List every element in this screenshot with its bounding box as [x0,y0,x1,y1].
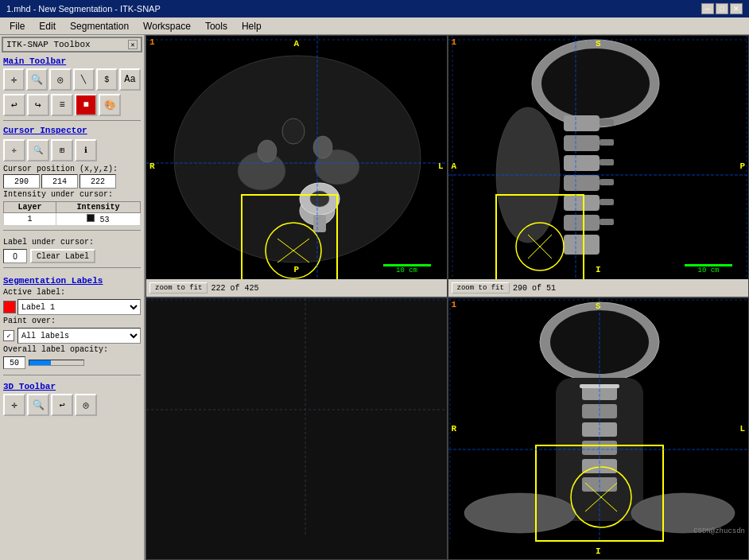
top-image-row: A P R L 1 10 cm zoom to fit 222 of 425 [146,35,749,298]
paint-over-select[interactable]: All labels [17,328,141,344]
window-title: 1.mhd - New Segmentation - ITK-SNAP [6,4,161,14]
view-blank[interactable] [146,298,448,560]
insp-zoom2[interactable]: 🔍 [27,139,49,161]
coord-x[interactable] [3,174,40,189]
svg-point-6 [313,136,332,158]
divider4 [3,375,141,375]
menu-bar: File Edit Segmentation Workspace Tools H… [0,18,749,35]
cor-bottom-label: I [596,546,601,556]
tool-layers[interactable]: ≡ [51,94,73,116]
svg-point-57 [464,493,576,533]
coronal-canvas [448,298,749,542]
opacity-label-text: Overall label opacity: [3,344,141,355]
svg-point-8 [310,191,329,207]
divider2 [3,230,141,231]
label-row: Clear Label [3,249,141,263]
label-value-input[interactable] [3,249,27,263]
coord-y[interactable] [41,174,78,189]
opacity-slider[interactable] [29,360,84,366]
axial-top-label: A [293,39,299,49]
coord-row [3,174,141,189]
tool-crosshair[interactable]: ✛ [3,68,25,91]
svg-rect-33 [600,219,614,225]
cor-top-label: S [596,301,601,311]
menu-edit[interactable]: Edit [33,18,62,34]
3d-tool-2[interactable]: 🔍 [27,394,49,416]
sagittal-status: zoom to fit 290 of 51 [448,279,749,297]
layer-value: 1 [4,213,56,226]
active-label-select[interactable]: Label 1 [17,299,141,315]
main-layout: ITK-SNAP Toolbox ✕ Main Toolbar ✛ 🔍 ◎ ╲ … [0,35,749,560]
tool-undo[interactable]: ↩ [3,94,25,116]
tool-zoom[interactable]: 🔍 [26,68,48,91]
svg-rect-22 [564,135,600,151]
toolbox-close-button[interactable]: ✕ [128,40,138,49]
axial-bottom-label: P [293,265,299,274]
svg-rect-9 [313,215,326,232]
title-bar: 1.mhd - New Segmentation - ITK-SNAP ─ □ … [0,0,749,18]
cor-left-label: R [452,424,457,434]
3d-tool-4[interactable]: ◎ [75,394,97,416]
clear-label-button[interactable]: Clear Label [30,249,95,263]
axial-svg [146,36,447,279]
toolbar-3d-title: 3D Toolbar [3,379,141,392]
main-toolbar-row2: ↩ ↪ ≡ ■ 🎨 [0,92,144,118]
sagittal-zoom-fit[interactable]: zoom to fit [452,282,510,294]
svg-rect-28 [600,119,614,126]
axial-right-label: L [438,161,444,171]
svg-rect-23 [564,155,600,171]
svg-point-0 [174,56,421,262]
blank-svg [146,298,447,559]
tool-text[interactable]: Aa [119,68,141,91]
menu-tools[interactable]: Tools [199,18,234,34]
maximize-button[interactable]: □ [716,3,728,14]
paint-checkbox[interactable]: ✓ [3,330,14,341]
window-controls: ─ □ ✕ [701,3,743,14]
bottom-image-row: S I R L 1 CSDN@zhucsdn [146,298,749,560]
label-section: Label under cursor: Clear Label [0,233,144,265]
intensity-table: Layer Intensity 1 53 [3,201,141,226]
color-swatch [87,214,95,222]
svg-rect-29 [600,139,614,146]
insp-cursor[interactable]: ✛ [3,139,25,161]
tool-brush[interactable]: ╲ [73,68,95,91]
cor-right-label: L [739,424,745,434]
axial-left-label: R [149,161,155,171]
coord-z[interactable] [80,174,116,189]
view-sagittal[interactable]: S I A P 1 10 cm zoom to fit 290 of 51 [448,35,750,298]
paint-over-row: ✓ All labels [3,328,141,344]
sag-top-label: S [596,39,601,49]
tool-segment-red[interactable]: ■ [75,94,97,116]
svg-rect-24 [564,175,600,191]
menu-workspace[interactable]: Workspace [137,18,197,34]
menu-segmentation[interactable]: Segmentation [64,18,135,34]
active-label-row: Label 1 [3,299,141,315]
label-color-swatch [3,301,16,313]
tool-redo[interactable]: ↪ [27,94,49,116]
axial-canvas [146,36,447,279]
insp-grid[interactable]: ⊞ [51,139,73,161]
view-coronal[interactable]: S I R L 1 CSDN@zhucsdn [448,298,750,560]
menu-file[interactable]: File [3,18,31,34]
toolbox-title: ITK-SNAP Toolbox [6,40,91,49]
tool-paint[interactable]: $ [96,68,118,91]
axial-zoom-fit[interactable]: zoom to fit [149,282,208,294]
opacity-row [3,356,141,369]
menu-help[interactable]: Help [235,18,268,34]
tool-color[interactable]: 🎨 [99,94,121,116]
3d-tool-1[interactable]: ✛ [3,394,25,416]
cursor-inspector-title: Cursor Inspector [0,123,144,136]
toolbox-header: ITK-SNAP Toolbox ✕ [2,37,142,52]
opacity-input[interactable] [3,356,25,369]
minimize-button[interactable]: ─ [701,3,714,14]
seg-labels-title: Segmentation Labels [3,274,141,286]
tool-lasso[interactable]: ◎ [49,68,71,91]
sag-scale-text: 10 cm [697,266,719,274]
close-button[interactable]: ✕ [730,3,743,14]
axial-view-number: 1 [149,37,155,47]
svg-point-5 [258,140,277,162]
view-axial[interactable]: A P R L 1 10 cm zoom to fit 222 of 425 [146,35,448,298]
3d-tool-3[interactable]: ↩ [51,394,73,416]
blank-canvas [146,298,447,559]
insp-info[interactable]: ℹ [75,139,97,161]
